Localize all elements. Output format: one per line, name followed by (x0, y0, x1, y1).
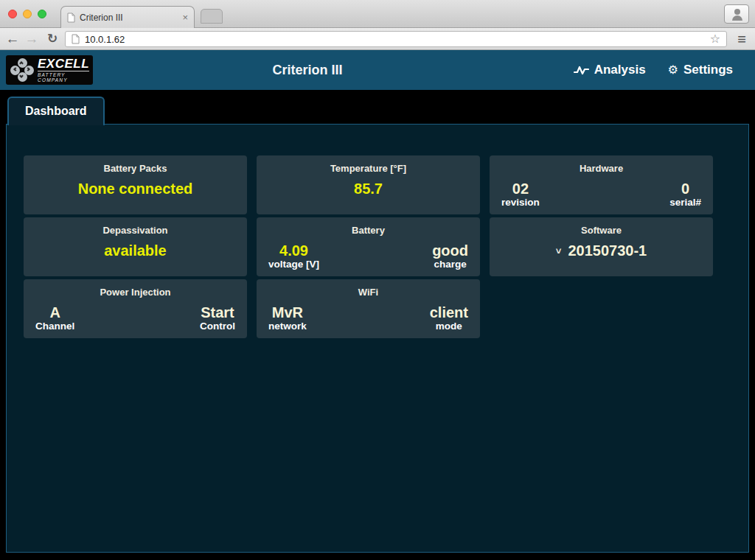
network-value: MvR (268, 304, 307, 321)
card-title: Depassivation (24, 217, 247, 236)
control-value: Start (200, 304, 235, 321)
channel-label: Channel (35, 321, 74, 332)
card-battery-packs: Battery Packs None connected (24, 155, 247, 214)
minimize-window-button[interactable] (23, 10, 32, 18)
charge-label: charge (432, 259, 468, 270)
window-controls (8, 10, 46, 18)
page-title: Criterion III (0, 50, 615, 90)
card-title: Hardware (490, 155, 713, 174)
page-content: Dashboard Battery Packs None connected T… (0, 90, 755, 560)
fullscreen-window-button[interactable] (38, 10, 46, 18)
browser-tab[interactable]: Criterion III × (60, 6, 195, 28)
browser-toolbar: ← → ↻ ☆ ≡ (0, 28, 755, 50)
temperature-value: 85.7 (257, 181, 480, 197)
card-title: Software (490, 217, 713, 236)
card-power-injection: Power Injection A Channel Start Control (24, 279, 247, 338)
user-icon (731, 8, 744, 21)
card-hardware: Hardware 02 revision 0 serial# (490, 155, 713, 214)
bookmark-star-icon[interactable]: ☆ (710, 33, 720, 45)
nav-link-label: Settings (683, 63, 733, 77)
power-injection-control[interactable]: Start Control (200, 304, 235, 332)
charge-value: good (432, 242, 468, 259)
battery-voltage: 4.09 voltage [V] (268, 242, 319, 270)
mode-label: mode (430, 321, 468, 332)
menu-icon[interactable]: ≡ (734, 28, 750, 50)
gear-icon: ⚙ (668, 64, 678, 76)
battery-packs-status: None connected (24, 181, 247, 197)
new-tab-button[interactable] (201, 9, 223, 24)
wifi-mode: client mode (430, 304, 468, 332)
power-injection-channel[interactable]: A Channel (35, 304, 74, 332)
card-title: Power Injection (24, 279, 247, 298)
address-bar[interactable]: ☆ (65, 31, 727, 47)
card-title: WiFi (257, 279, 480, 298)
nav-links: Analysis ⚙ Settings (574, 50, 733, 90)
nav-link-settings[interactable]: ⚙ Settings (668, 63, 733, 77)
serial-value: 0 (669, 181, 701, 197)
software-version-select[interactable]: ˅20150730-1 (490, 242, 713, 259)
tab-title: Criterion III (80, 13, 179, 23)
hardware-revision: 02 revision (501, 181, 540, 209)
revision-label: revision (501, 197, 540, 209)
card-battery: Battery 4.09 voltage [V] good charge (257, 217, 480, 276)
line-chart-icon (574, 65, 589, 76)
serial-label: serial# (669, 197, 701, 209)
card-title: Battery Packs (24, 155, 247, 174)
nav-link-analysis[interactable]: Analysis (574, 63, 646, 77)
mode-value: client (430, 304, 468, 321)
revision-value: 02 (501, 181, 540, 197)
battery-charge: good charge (432, 242, 468, 270)
close-icon[interactable]: × (182, 13, 188, 22)
url-input[interactable] (85, 34, 710, 45)
network-label: network (268, 321, 307, 332)
card-title: Battery (257, 217, 480, 236)
page-icon (67, 13, 75, 23)
card-grid: Battery Packs None connected Temperature… (0, 124, 743, 338)
forward-icon[interactable]: → (22, 28, 41, 50)
card-wifi: WiFi MvR network client mode (257, 279, 480, 338)
chevron-down-icon: ˅ (556, 245, 562, 256)
card-title: Temperature [°F] (257, 155, 480, 174)
app-navbar: EXCELL BATTERY COMPANY Criterion III Ana… (0, 50, 755, 90)
card-software: Software ˅20150730-1 (490, 217, 713, 276)
hardware-serial: 0 serial# (669, 181, 701, 209)
close-window-button[interactable] (8, 10, 17, 18)
card-temperature: Temperature [°F] 85.7 (257, 155, 480, 214)
voltage-label: voltage [V] (268, 259, 319, 270)
profile-button[interactable] (724, 4, 749, 24)
depassivation-status: available (24, 242, 247, 259)
card-depassivation: Depassivation available (24, 217, 247, 276)
control-label: Control (200, 321, 235, 332)
browser-titlebar: Criterion III × (0, 0, 755, 28)
channel-value: A (35, 304, 74, 321)
reload-icon[interactable]: ↻ (43, 28, 62, 50)
nav-link-label: Analysis (594, 63, 646, 77)
back-icon[interactable]: ← (3, 28, 22, 50)
browser-window: Criterion III × ← → ↻ ☆ ≡ (0, 0, 755, 560)
tab-dashboard[interactable]: Dashboard (7, 97, 105, 125)
voltage-value: 4.09 (268, 242, 319, 259)
page-icon (72, 34, 80, 44)
software-version: 20150730-1 (568, 242, 647, 259)
wifi-network: MvR network (268, 304, 307, 332)
